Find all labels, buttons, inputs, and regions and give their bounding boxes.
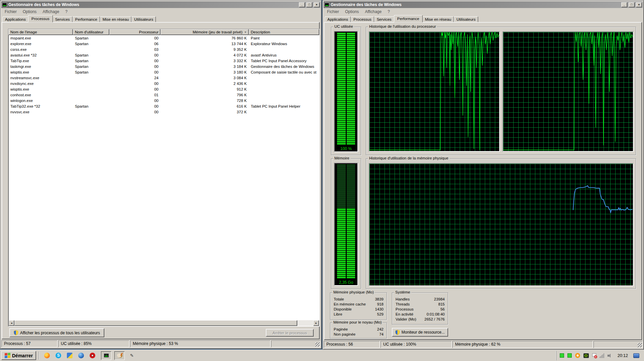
- end-process-button[interactable]: Arrêter le processus: [266, 329, 314, 337]
- scrollbar-thumb[interactable]: [14, 320, 297, 326]
- stat-label: Threads: [396, 302, 410, 306]
- task-manager-app-icon: [2, 3, 7, 7]
- show-all-processes-button[interactable]: Afficher les processus de tous les utili…: [9, 328, 104, 337]
- close-button[interactable]: ×: [314, 2, 320, 7]
- tab-services[interactable]: Services: [52, 16, 73, 22]
- table-row[interactable]: taskmgr.exeSpartan003 184 KGestionnaire …: [8, 64, 319, 69]
- stat-label: Totale: [334, 297, 344, 301]
- cell: 00: [109, 36, 160, 40]
- close-button[interactable]: ×: [636, 2, 642, 7]
- stat-row: Totale3839: [330, 296, 387, 302]
- scroll-left-button[interactable]: ◄: [9, 320, 14, 326]
- stat-row: Disponible1430: [330, 307, 387, 312]
- tab-processus[interactable]: Processus: [28, 15, 53, 22]
- table-row[interactable]: winlogon.exe00728 K: [8, 98, 319, 103]
- tab-mise-en-r-seau[interactable]: Mise en réseau: [100, 16, 132, 22]
- volume-icon[interactable]: [608, 353, 612, 358]
- cell: nvxdsync.exe: [8, 82, 73, 86]
- table-row[interactable]: TabTip.exeSpartan003 332 KTablet PC Inpu…: [8, 58, 319, 64]
- menu-item-fichier[interactable]: Fichier: [324, 9, 342, 14]
- show-desktop-button[interactable]: [633, 353, 639, 358]
- minimize-button[interactable]: _: [621, 2, 627, 7]
- menu-item-?[interactable]: ?: [62, 9, 71, 14]
- minimize-button[interactable]: _: [299, 2, 305, 7]
- taskbar-button-paint[interactable]: [114, 351, 125, 360]
- resize-grip[interactable]: [638, 343, 642, 347]
- scroll-right-button[interactable]: ►: [313, 320, 319, 326]
- action-center-flag-icon[interactable]: [592, 353, 596, 358]
- table-row[interactable]: wisptis.exeSpartan003 180 KComposant de …: [8, 69, 319, 75]
- menu-item-fichier[interactable]: Fichier: [2, 9, 20, 14]
- tab-performance[interactable]: Performance: [394, 15, 423, 22]
- tab-processus[interactable]: Processus: [351, 16, 374, 22]
- clock[interactable]: 20:12: [616, 353, 630, 358]
- skype-icon[interactable]: S: [56, 353, 61, 358]
- table-row[interactable]: TabTip32.exe *32Spartan00616 KTablet PC …: [8, 103, 319, 109]
- resize-grip[interactable]: [315, 342, 320, 347]
- titlebar[interactable]: Gestionnaire des tâches de Windows _ □ ×: [1, 1, 320, 8]
- gauge-column: [347, 164, 355, 279]
- menu-item-options[interactable]: Options: [20, 9, 39, 14]
- stat-label: Libre: [334, 312, 342, 316]
- menubar: FichierOptionsAffichage?: [324, 9, 393, 15]
- system-group-label: Système: [394, 290, 411, 294]
- column-header-nom-d-utilisateur[interactable]: Nom d'utilisateur: [73, 29, 109, 35]
- taskbar-button-task-manager[interactable]: [101, 351, 111, 360]
- nvidia-settings-icon[interactable]: [583, 353, 589, 358]
- column-header-nom-de-l-image[interactable]: Nom de l'image: [8, 29, 73, 35]
- stat-label: Non paginée: [334, 332, 355, 336]
- cell: Spartan: [73, 70, 109, 74]
- stat-row: Processus56: [392, 307, 448, 312]
- cpu-gauge-group-label: UC utilisée: [333, 24, 354, 28]
- table-row[interactable]: conhost.exe01796 K: [8, 92, 319, 98]
- task-manager-app-icon: [324, 3, 329, 7]
- table-row[interactable]: avastui.exe *32Spartan004 072 Kavast! An…: [8, 52, 319, 58]
- blue-orb-app-icon[interactable]: [78, 353, 84, 358]
- status-cell: Processus : 56: [324, 341, 380, 348]
- red-app-icon[interactable]: [90, 353, 95, 358]
- status-bar: Processus : 57UC utilisée : 85%Mémoire p…: [1, 340, 320, 347]
- tab-applications[interactable]: Applications: [325, 16, 351, 22]
- tray-green-status-icon[interactable]: [560, 353, 564, 358]
- cell: 796 K: [160, 93, 249, 97]
- column-header-description[interactable]: Description: [249, 29, 319, 35]
- stat-value: 1430: [375, 307, 384, 311]
- resource-monitor-button[interactable]: Moniteur de ressource...: [392, 328, 448, 337]
- quick-launch-app-icon[interactable]: [67, 353, 73, 358]
- scrollbar-track[interactable]: [297, 320, 313, 326]
- column-header-processeur[interactable]: Processeur: [109, 29, 160, 35]
- start-button[interactable]: Démarrer: [1, 351, 36, 360]
- horizontal-scrollbar[interactable]: ◄ ►: [9, 320, 319, 326]
- tabstrip: ApplicationsProcessusServicesPerformance…: [2, 15, 156, 22]
- menu-item-affichage[interactable]: Affichage: [362, 9, 385, 14]
- tab-services[interactable]: Services: [374, 16, 394, 22]
- cell: Spartan: [73, 53, 109, 57]
- maximize-button[interactable]: □: [629, 2, 635, 7]
- table-row[interactable]: explorer.exeSpartan0613 744 KExplorateur…: [8, 41, 319, 46]
- table-row[interactable]: nvstreamsvc.exe243 084 K: [8, 75, 319, 81]
- stat-row: Libre529: [330, 312, 387, 317]
- table-row[interactable]: nvxdsync.exe002 436 K: [8, 81, 319, 86]
- tab-performance[interactable]: Performance: [73, 16, 100, 22]
- menu-item-affichage[interactable]: Affichage: [39, 9, 62, 14]
- tab-applications[interactable]: Applications: [2, 16, 28, 22]
- tab-utilisateurs[interactable]: Utilisateurs: [131, 16, 156, 22]
- menu-item-?[interactable]: ?: [385, 9, 393, 14]
- network-signal-icon[interactable]: [600, 353, 604, 358]
- table-row[interactable]: mspaint.exeSpartan0076 860 KPaint: [8, 35, 319, 41]
- table-row[interactable]: csrss.exe039 352 K: [8, 46, 319, 52]
- maximize-button[interactable]: □: [306, 2, 312, 7]
- tablet-pen-input-button[interactable]: ✎: [127, 352, 136, 360]
- tray-orange-app-icon[interactable]: [575, 353, 580, 358]
- status-cell: UC utilisée : 85%: [58, 340, 129, 347]
- menu-item-options[interactable]: Options: [342, 9, 362, 14]
- tab-mise-en-r-seau[interactable]: Mise en réseau: [422, 16, 454, 22]
- tray-green-status-icon[interactable]: [567, 353, 572, 358]
- table-row[interactable]: wisptis.exe00912 K: [8, 86, 319, 92]
- firefox-icon[interactable]: [44, 353, 50, 358]
- titlebar[interactable]: Gestionnaire des tâches de Windows _ □ ×: [324, 1, 643, 8]
- stat-row: Handles23984: [392, 296, 448, 302]
- tab-utilisateurs[interactable]: Utilisateurs: [454, 16, 478, 22]
- column-header-m-moire-jeu-de-travail-priv[interactable]: Mémoire (jeu de travail privé)▼: [160, 29, 249, 35]
- table-row[interactable]: nvvsvc.exe00372 K: [8, 109, 319, 115]
